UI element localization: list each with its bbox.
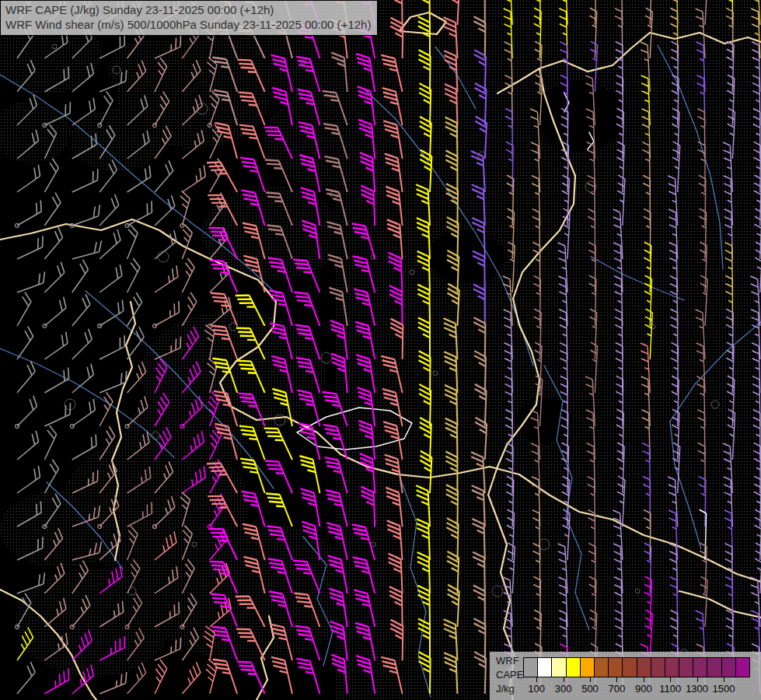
map-dark-area: [428, 229, 505, 284]
legend-tick-label: 700: [609, 683, 626, 695]
legend-color-cell: [735, 657, 750, 677]
legend-tick-label: 1300: [686, 683, 708, 695]
legend-color-cell: [523, 657, 538, 677]
map-dark-area: [532, 82, 626, 152]
legend-tick-label: 300: [555, 683, 572, 695]
legend-tick-label: 1500: [713, 683, 735, 695]
legend-color-cell: [665, 657, 679, 677]
legend-tick-label: 100: [528, 683, 545, 695]
legend-caption-line2: CAPE: [496, 668, 523, 682]
legend-color-cell: [551, 657, 566, 677]
weather-map-screen: WRF CAPE (J/kg) Sunday 23-11-2025 00:00 …: [0, 0, 761, 700]
legend-color-cell: [693, 657, 707, 677]
legend-caption-line1: WRF: [496, 654, 523, 668]
legend-tick-label: 500: [581, 683, 599, 695]
legend-caption-line3: J/kg: [496, 682, 523, 696]
cape-legend: WRF CAPE J/kg 10030050070090011001300150…: [490, 652, 761, 700]
wrf-map-svg: [0, 0, 761, 700]
legend-color-cell: [537, 657, 552, 677]
legend-color-cell: [721, 657, 736, 677]
legend-tick-label: 1100: [659, 683, 681, 695]
legend-color-cell: [594, 657, 609, 677]
title-box: WRF CAPE (J/kg) Sunday 23-11-2025 00:00 …: [0, 0, 378, 36]
legend-color-cell: [566, 657, 581, 677]
title-line-cape: WRF CAPE (J/kg) Sunday 23-11-2025 00:00 …: [5, 2, 371, 17]
legend-color-cell: [608, 657, 623, 677]
legend-color-cell: [707, 657, 721, 677]
legend-color-cell: [651, 657, 665, 677]
legend-colorbar: [523, 657, 750, 677]
legend-tick-labels: 100300500700900110013001500: [523, 682, 750, 696]
legend-color-cell: [637, 657, 651, 677]
title-line-shear: WRF Wind shear (m/s) 500/1000hPa Sunday …: [5, 17, 371, 32]
legend-color-cell: [580, 657, 595, 677]
legend-caption: WRF CAPE J/kg: [496, 654, 523, 696]
legend-tick-label: 900: [635, 683, 652, 695]
legend-color-cell: [679, 657, 693, 677]
legend-color-cell: [622, 657, 637, 677]
